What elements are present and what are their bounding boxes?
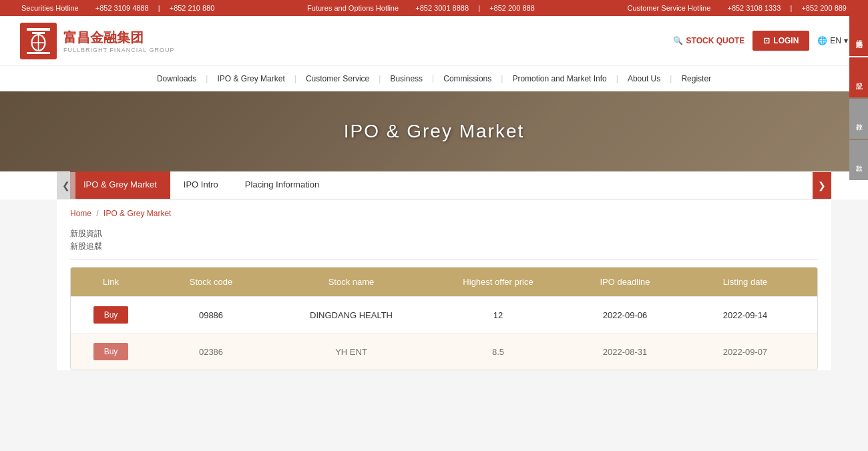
nav-about[interactable]: About Us — [620, 71, 668, 86]
language-button[interactable]: 🌐 EN ▾ — [817, 36, 848, 45]
buy-button-2[interactable]: Buy — [93, 343, 129, 360]
sidebar-promotion[interactable]: 優惠活動 — [849, 16, 868, 56]
logo-text: 富昌金融集团 FULLBRIGHT FINANCIAL GROUP — [63, 29, 175, 53]
nav-downloads[interactable]: Downloads — [149, 71, 204, 86]
breadcrumb-home[interactable]: Home — [70, 209, 91, 218]
sub-nav-item-2[interactable]: 新股追牒 — [70, 240, 818, 253]
nav-register[interactable]: Register — [673, 71, 719, 86]
cell-link-2: Buy — [71, 334, 151, 370]
header: 富昌金融集团 FULLBRIGHT FINANCIAL GROUP 🔍 STOC… — [0, 16, 868, 66]
chevron-left-icon: ❮ — [62, 180, 70, 191]
col-offer-price: Highest offer price — [431, 268, 565, 296]
col-ipo-deadline: IPO deadline — [565, 268, 685, 296]
logo: 富昌金融集团 FULLBRIGHT FINANCIAL GROUP — [20, 23, 175, 59]
table-row: Buy 09886 DINGDANG HEALTH 12 2022-09-06 … — [71, 296, 817, 333]
cell-listing-date-2: 2022-09-07 — [685, 338, 805, 366]
sidebar-withdraw[interactable]: 出款 — [849, 140, 868, 180]
sidebar-register[interactable]: 登記 — [849, 57, 868, 97]
breadcrumb-separator: / — [96, 209, 98, 218]
col-link: Link — [71, 268, 151, 296]
divider — [70, 260, 818, 260]
cell-offer-price-1: 12 — [431, 301, 565, 330]
header-right: 🔍 STOCK QUOTE ⊡ LOGIN 🌐 EN ▾ — [673, 31, 848, 51]
svg-rect-6 — [27, 52, 50, 54]
logo-icon — [20, 23, 57, 59]
data-table: Link Stock code Stock name Highest offer… — [70, 267, 818, 370]
cell-ipo-deadline-2: 2022-08-31 — [565, 338, 685, 366]
next-arrow[interactable]: ❯ — [813, 172, 831, 199]
tab-ipo-grey-market[interactable]: IPO & Grey Market — [70, 171, 170, 199]
cell-listing-date-1: 2022-09-14 — [685, 301, 805, 330]
cell-stock-name-1: DINGDANG HEALTH — [271, 301, 431, 330]
svg-rect-1 — [27, 28, 50, 31]
chevron-right-icon: ❯ — [818, 180, 826, 191]
cell-stock-code-2: 02386 — [151, 338, 271, 366]
col-stock-code: Stock code — [151, 268, 271, 296]
sub-nav-item-1[interactable]: 新股資訊 — [70, 228, 818, 240]
cell-offer-price-2: 8.5 — [431, 338, 565, 366]
nav-commissions[interactable]: Commissions — [435, 71, 499, 86]
content-area: Home / IPO & Grey Market 新股資訊 新股追牒 Link … — [57, 199, 831, 370]
sidebar-deposit[interactable]: 存款 — [849, 99, 868, 139]
col-listing-date: Listing date — [685, 268, 805, 296]
ticker-bar: Securities Hotline +852 3109 4888 | +852… — [0, 0, 868, 16]
login-icon: ⊡ — [763, 36, 770, 45]
globe-icon: 🌐 — [817, 36, 827, 45]
cell-stock-code-1: 09886 — [151, 301, 271, 330]
table-header: Link Stock code Stock name Highest offer… — [71, 268, 817, 296]
chevron-down-icon: ▾ — [844, 36, 848, 45]
prev-arrow[interactable]: ❮ — [57, 172, 75, 199]
nav-bar: Downloads | IPO & Grey Market | Customer… — [0, 66, 868, 91]
svg-rect-2 — [32, 32, 45, 34]
tab-placing-information[interactable]: Placing Information — [232, 171, 333, 199]
col-stock-name: Stock name — [271, 268, 431, 296]
nav-business[interactable]: Business — [382, 71, 431, 86]
customer-hotline: Customer Service Hotline +852 3108 1333 … — [622, 4, 852, 12]
cell-stock-name-2: YH ENT — [271, 338, 431, 366]
login-button[interactable]: ⊡ LOGIN — [752, 31, 809, 51]
hero-title: IPO & Grey Market — [344, 121, 525, 142]
sub-nav: 新股資訊 新股追牒 — [57, 228, 831, 260]
hero-banner: IPO & Grey Market — [0, 91, 868, 171]
buy-button-1[interactable]: Buy — [93, 306, 129, 324]
cell-link-1: Buy — [71, 297, 151, 333]
futures-hotline: Futures and Options Hotline +852 3001 88… — [302, 4, 540, 12]
nav-ipo[interactable]: IPO & Grey Market — [209, 71, 292, 86]
breadcrumb-current[interactable]: IPO & Grey Market — [103, 209, 171, 218]
tab-ipo-intro[interactable]: IPO Intro — [170, 171, 232, 199]
tabs-container: IPO & Grey Market IPO Intro Placing Info… — [57, 171, 831, 199]
nav-customer-service[interactable]: Customer Service — [298, 71, 377, 86]
search-icon: 🔍 — [673, 36, 683, 45]
breadcrumb: Home / IPO & Grey Market — [57, 199, 831, 228]
cell-ipo-deadline-1: 2022-09-06 — [565, 301, 685, 330]
table-row: Buy 02386 YH ENT 8.5 2022-08-31 2022-09-… — [71, 333, 817, 370]
securities-hotline: Securities Hotline +852 3109 4888 | +852… — [16, 4, 220, 12]
tabs-section: ❮ IPO & Grey Market IPO Intro Placing In… — [0, 171, 868, 199]
right-sidebar: 優惠活動 登記 存款 出款 — [849, 16, 868, 181]
nav-promotion[interactable]: Promotion and Market Info — [504, 71, 614, 86]
stock-quote-button[interactable]: 🔍 STOCK QUOTE — [673, 36, 745, 45]
